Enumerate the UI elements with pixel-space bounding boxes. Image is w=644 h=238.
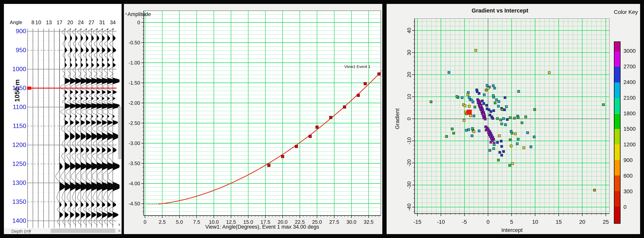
svg-text:40: 40 [406,28,412,34]
svg-text:20: 20 [579,219,585,225]
avo-curve-panel: 0-0.50-1.00-1.50-2.00-2.50-3.00-3.50-4.0… [124,4,382,234]
color-key-title: Color Key [611,9,640,15]
svg-text:-3.00: -3.00 [128,140,140,146]
svg-text:0: 0 [486,219,490,225]
svg-text:-0.50: -0.50 [128,40,140,46]
depth-tick-label: 1000 [4,66,26,73]
color-key-tick-label: 2700 [624,64,644,70]
svg-text:-10: -10 [406,137,412,144]
trace-angle-label: 10 [32,20,44,26]
crossplot-title: Gradient vs Intercept [416,8,584,14]
color-key-tick-label: 300 [624,188,644,194]
color-key-segment [614,206,620,223]
color-key-tick-label: 600 [624,173,644,179]
svg-text:-5: -5 [462,219,467,225]
color-key-segment [614,144,620,160]
trace-angle-label: 34 [107,20,119,26]
gradient-axis-title: Gradient [394,103,401,134]
depth-tick-label: 900 [4,28,26,35]
color-key-bar [614,42,620,224]
svg-text:-2.00: -2.00 [128,100,140,106]
app-window: Angle 81013172024273134 9009501000105011… [0,0,644,238]
svg-text:5: 5 [510,219,513,225]
svg-text:15: 15 [556,219,562,225]
svg-text:-10: -10 [437,219,445,225]
color-key-segment [614,160,620,176]
color-key-segment [614,82,620,98]
event-annotation: View1 Event 1 [344,64,370,69]
svg-text:30: 30 [406,50,412,56]
svg-text:20: 20 [406,72,412,78]
svg-text:25: 25 [603,219,609,225]
svg-text:-2.50: -2.50 [128,120,140,126]
svg-text:-3.50: -3.50 [128,160,140,166]
depth-tick-label: 1300 [4,179,26,186]
horizontal-scrollbar-thumb[interactable] [51,228,115,233]
depth-tick-label: 1350 [4,198,26,205]
color-key-tick-label: 0 [624,204,644,210]
seismic-gather-panel: Angle 81013172024273134 9009501000105011… [4,4,122,234]
vertical-scrollbar-thumb[interactable] [118,106,121,159]
trace-angle-label: 31 [96,20,108,26]
svg-text:10: 10 [406,94,412,100]
depth-tick-label: 1200 [4,141,26,148]
svg-text:0: 0 [138,20,140,26]
scroll-left-icon[interactable]: < [29,228,31,233]
svg-text:-15: -15 [413,219,421,225]
svg-text:-4.00: -4.00 [128,180,140,186]
wiggle-traces [56,28,120,225]
depth-tick-label: 1400 [4,217,26,224]
color-key-segment [614,176,620,191]
color-key-tick-label: 1800 [624,110,644,117]
depth-axis-title: Depth (m) [11,229,30,234]
trace-angle-label: 13 [43,20,55,26]
selected-point-marker [467,110,472,115]
color-key-tick-label: 2100 [624,95,644,101]
color-key-tick-label: 1500 [624,126,644,132]
svg-text:-20: -20 [406,159,412,167]
depth-tick-label: 1250 [4,160,26,168]
svg-text:0: 0 [406,118,412,120]
color-key-segment [614,67,620,82]
amplitude-angle-plot[interactable]: 0-0.50-1.00-1.50-2.00-2.50-3.00-3.50-4.0… [124,4,382,234]
color-key-tick-label: 2400 [624,79,644,86]
svg-text:-30: -30 [406,181,412,189]
depth-tick-label: 950 [4,46,26,54]
gradient-intercept-plot[interactable]: 403020100-10-20-30-40-15-10-50510152025 [386,4,640,234]
color-key-segment [614,114,620,129]
color-key-tick-label: 3000 [624,48,644,54]
color-key-segment [614,98,620,113]
color-key-tick-label: 900 [624,157,644,163]
amplitude-axis-title: ^Amplitude [125,11,151,18]
axis-arrow-icon: ^ [125,12,127,17]
svg-text:-1.50: -1.50 [128,80,140,86]
color-key-tick-label: 1200 [624,142,644,148]
avo-caption: View1: Angle(Degrees), Event 1 max 34.00… [144,224,381,230]
trace-angle-label: 27 [86,20,97,26]
trace-angle-label: 17 [54,20,66,26]
scroll-down-icon[interactable]: ∨ [118,222,120,227]
trace-angle-label: 20 [64,20,76,26]
trace-angle-label: 24 [75,20,87,26]
svg-text:-40: -40 [406,204,412,211]
intercept-axis-title: Intercept [414,227,610,233]
color-key-segment [614,52,620,67]
depth-tick-label: 1150 [4,122,26,130]
color-key-segment [614,191,620,206]
color-key-segment [614,42,620,52]
horizontal-scrollbar[interactable]: Depth (m) < > [4,228,122,234]
depth-marker-label: 1050 m [13,74,21,107]
svg-text:10: 10 [532,219,538,225]
svg-text:-1.00: -1.00 [128,60,140,66]
color-key-segment [614,129,620,144]
crossplot-panel: 403020100-10-20-30-40-15-10-50510152025 … [386,4,640,234]
scroll-right-icon[interactable]: > [118,228,120,233]
angle-axis-title: Angle [10,20,22,25]
svg-text:-4.50: -4.50 [128,201,140,206]
